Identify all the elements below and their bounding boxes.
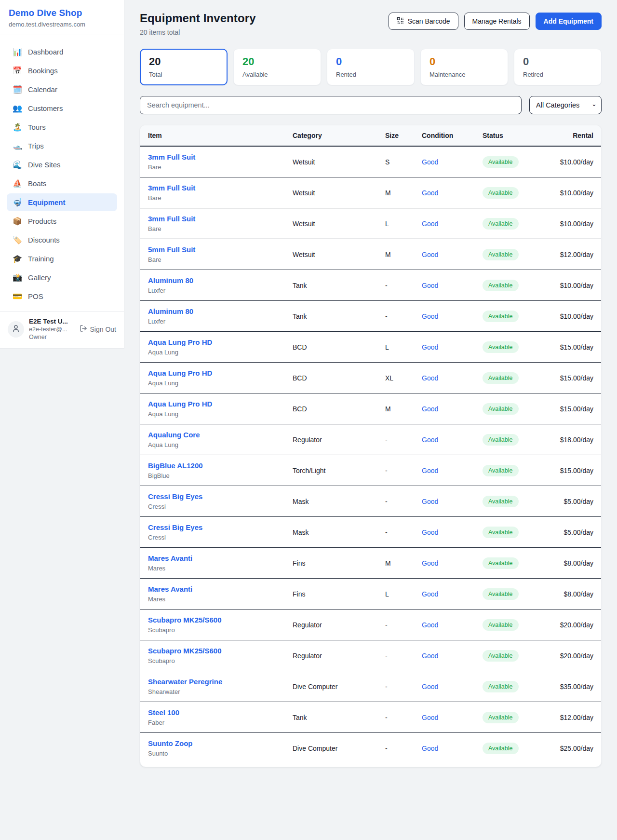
condition-link[interactable]: Good — [422, 714, 438, 721]
stat-card-rented[interactable]: 0Rented — [327, 49, 415, 85]
sidebar-item-training[interactable]: 🎓Training — [7, 250, 117, 268]
item-size: - — [385, 745, 388, 752]
condition-link[interactable]: Good — [422, 559, 438, 567]
condition-link[interactable]: Good — [422, 405, 438, 413]
item-name-link[interactable]: Steel 100 — [148, 708, 277, 717]
sidebar-item-dashboard[interactable]: 📊Dashboard — [7, 43, 117, 61]
item-name-link[interactable]: Cressi Big Eyes — [148, 523, 277, 531]
status-badge: Available — [483, 712, 519, 723]
item-name-link[interactable]: 5mm Full Suit — [148, 245, 277, 254]
sidebar-item-customers[interactable]: 👥Customers — [7, 99, 117, 117]
column-header-status: Status — [475, 125, 547, 146]
manage-rentals-button[interactable]: Manage Rentals — [464, 13, 530, 30]
sidebar-item-products[interactable]: 📦Products — [7, 212, 117, 230]
sidebar-user-footer: E2E Test U... e2e-tester@... Owner Sign … — [0, 311, 124, 348]
sidebar-item-boats[interactable]: ⛵Boats — [7, 175, 117, 192]
item-category: Regulator — [293, 621, 322, 629]
sidebar-item-pos[interactable]: 💳POS — [7, 287, 117, 305]
rental-price: $10.00/day — [560, 189, 593, 197]
item-size: L — [385, 343, 389, 351]
tours-icon: 🏝️ — [13, 122, 22, 132]
table-row: Aqua Lung Pro HDAqua LungBCDLGoodAvailab… — [140, 332, 601, 363]
item-name-link[interactable]: Suunto Zoop — [148, 739, 277, 747]
status-badge: Available — [483, 280, 519, 291]
sidebar-item-equipment[interactable]: 🤿Equipment — [7, 193, 117, 211]
stat-card-retired[interactable]: 0Retired — [514, 49, 602, 85]
barcode-icon — [397, 17, 404, 26]
item-name-link[interactable]: 3mm Full Suit — [148, 153, 277, 161]
item-name-link[interactable]: Mares Avanti — [148, 554, 277, 562]
stats-cards: 20Total20Available0Rented0Maintenance0Re… — [140, 49, 602, 85]
status-badge: Available — [483, 588, 519, 600]
item-name-link[interactable]: Aqua Lung Pro HD — [148, 369, 277, 377]
item-name-link[interactable]: Mares Avanti — [148, 585, 277, 593]
sidebar-item-label: Tours — [28, 123, 46, 131]
item-name-link[interactable]: BigBlue AL1200 — [148, 461, 277, 470]
search-input[interactable] — [140, 96, 522, 114]
brand-header: Demo Dive Shop demo.test.divestreams.com — [0, 0, 124, 35]
add-equipment-button[interactable]: Add Equipment — [536, 13, 602, 30]
item-category: Dive Computer — [293, 683, 337, 691]
item-brand: Scubapro — [148, 626, 277, 634]
sign-out-icon — [80, 325, 87, 334]
stat-card-maintenance[interactable]: 0Maintenance — [420, 49, 508, 85]
sidebar-item-gallery[interactable]: 📸Gallery — [7, 269, 117, 286]
item-name-link[interactable]: Scubapro MK25/S600 — [148, 647, 277, 655]
condition-link[interactable]: Good — [422, 745, 438, 752]
item-size: - — [385, 312, 388, 320]
condition-link[interactable]: Good — [422, 251, 438, 258]
table-row: Aluminum 80LuxferTank-GoodAvailable$10.0… — [140, 270, 601, 301]
condition-link[interactable]: Good — [422, 312, 438, 320]
condition-link[interactable]: Good — [422, 498, 438, 505]
condition-link[interactable]: Good — [422, 621, 438, 629]
status-badge: Available — [483, 311, 519, 322]
condition-link[interactable]: Good — [422, 528, 438, 536]
item-name-link[interactable]: Aqua Lung Pro HD — [148, 338, 277, 346]
sidebar-item-dive-sites[interactable]: 🌊Dive Sites — [7, 156, 117, 174]
item-name-link[interactable]: Cressi Big Eyes — [148, 492, 277, 501]
stat-card-available[interactable]: 20Available — [233, 49, 321, 85]
stat-card-total[interactable]: 20Total — [140, 49, 228, 85]
customers-icon: 👥 — [13, 104, 22, 113]
sidebar-item-discounts[interactable]: 🏷️Discounts — [7, 231, 117, 249]
status-badge: Available — [483, 341, 519, 353]
item-category: BCD — [293, 374, 307, 382]
item-name-link[interactable]: Scubapro MK25/S600 — [148, 616, 277, 624]
item-name-link[interactable]: 3mm Full Suit — [148, 184, 277, 192]
sidebar-item-label: Bookings — [28, 67, 58, 75]
sign-out-button[interactable]: Sign Out — [80, 325, 116, 334]
status-badge: Available — [483, 527, 519, 538]
item-category: Tank — [293, 714, 307, 721]
condition-link[interactable]: Good — [422, 189, 438, 197]
condition-link[interactable]: Good — [422, 282, 438, 289]
condition-link[interactable]: Good — [422, 683, 438, 691]
item-name-link[interactable]: Aqualung Core — [148, 431, 277, 439]
sidebar-item-calendar[interactable]: 🗓️Calendar — [7, 81, 117, 98]
condition-link[interactable]: Good — [422, 158, 438, 166]
condition-link[interactable]: Good — [422, 374, 438, 382]
condition-link[interactable]: Good — [422, 436, 438, 444]
sidebar-item-tours[interactable]: 🏝️Tours — [7, 118, 117, 136]
item-brand: Mares — [148, 596, 277, 603]
training-icon: 🎓 — [13, 254, 22, 263]
item-name-link[interactable]: Shearwater Peregrine — [148, 677, 277, 686]
category-select[interactable]: All Categories — [529, 96, 602, 114]
table-row: 3mm Full SuitBareWetsuitLGoodAvailable$1… — [140, 208, 601, 239]
item-brand: Aqua Lung — [148, 441, 277, 448]
condition-link[interactable]: Good — [422, 590, 438, 598]
item-name-link[interactable]: Aluminum 80 — [148, 307, 277, 315]
condition-link[interactable]: Good — [422, 467, 438, 474]
sidebar-item-bookings[interactable]: 📅Bookings — [7, 62, 117, 80]
item-name-link[interactable]: Aqua Lung Pro HD — [148, 400, 277, 408]
condition-link[interactable]: Good — [422, 652, 438, 660]
item-category: Fins — [293, 590, 305, 598]
user-name: E2E Test U... — [29, 318, 68, 325]
item-name-link[interactable]: Aluminum 80 — [148, 276, 277, 285]
rental-price: $35.00/day — [560, 683, 593, 691]
item-name-link[interactable]: 3mm Full Suit — [148, 215, 277, 223]
condition-link[interactable]: Good — [422, 343, 438, 351]
scan-barcode-button[interactable]: Scan Barcode — [389, 13, 458, 30]
condition-link[interactable]: Good — [422, 220, 438, 228]
sidebar-item-trips[interactable]: 🛥️Trips — [7, 137, 117, 155]
rental-price: $15.00/day — [560, 343, 593, 351]
